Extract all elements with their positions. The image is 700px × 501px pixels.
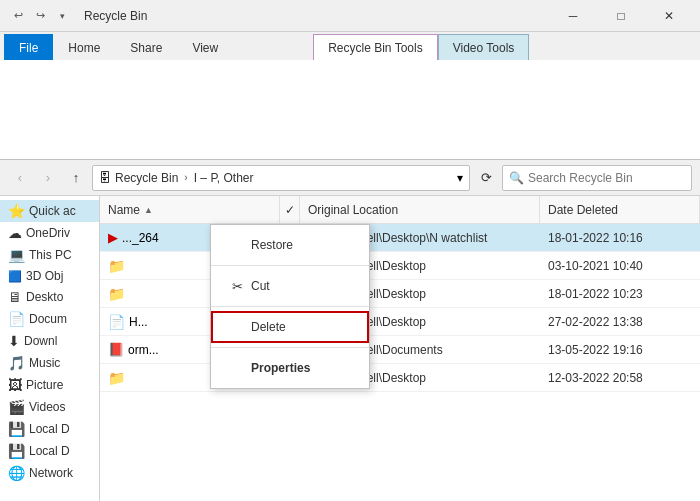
file-name-3: H... [129, 315, 148, 329]
onedrive-icon: ☁ [8, 225, 22, 241]
sidebar-label-pictures: Picture [26, 378, 63, 392]
sidebar-item-documents[interactable]: 📄 Docum [0, 308, 99, 330]
header-sort-icon: ▲ [144, 205, 153, 215]
sidebar-item-music[interactable]: 🎵 Music [0, 352, 99, 374]
documents-icon: 📄 [8, 311, 25, 327]
refresh-button[interactable]: ⟳ [474, 166, 498, 190]
breadcrumb-separator-1: › [184, 172, 187, 183]
context-menu-separator-2 [211, 306, 369, 307]
file-name-4: orm... [128, 343, 159, 357]
main-area: ⭐ Quick ac ☁ OneDriv 💻 This PC 🟦 3D Obj … [0, 196, 700, 501]
file-date-5: 12-03-2022 20:58 [540, 371, 700, 385]
file-date-4: 13-05-2022 19:16 [540, 343, 700, 357]
recycle-bin-tools-group: Recycle Bin Tools [313, 34, 438, 60]
tab-file[interactable]: File [4, 34, 53, 60]
sidebar-item-desktop[interactable]: 🖥 Deskto [0, 286, 99, 308]
ribbon-bar [0, 60, 700, 160]
maximize-button[interactable]: □ [598, 0, 644, 32]
sidebar-item-localdisk1[interactable]: 💾 Local D [0, 418, 99, 440]
minimize-button[interactable]: ─ [550, 0, 596, 32]
sidebar-label-videos: Videos [29, 400, 65, 414]
sidebar-label-desktop: Deskto [26, 290, 63, 304]
table-row[interactable]: 📁 C:\Users\Dell\Desktop 12-03-2022 20:58 [100, 364, 700, 392]
table-row[interactable]: 📄 H... C:\Users\Dell\Desktop 27-02-2022 … [100, 308, 700, 336]
context-menu-restore[interactable]: Restore [211, 229, 369, 261]
breadcrumb-bar[interactable]: 🗄 Recycle Bin › I – P, Other ▾ [92, 165, 470, 191]
file-icon-0: ▶ [108, 230, 118, 245]
music-icon: 🎵 [8, 355, 25, 371]
breadcrumb-dropdown-icon: ▾ [457, 171, 463, 185]
context-menu-cut[interactable]: ✂ Cut [211, 270, 369, 302]
context-menu-separator-1 [211, 265, 369, 266]
header-name[interactable]: Name ▲ [100, 196, 280, 223]
file-icon-4: 📕 [108, 342, 124, 357]
breadcrumb-icon: 🗄 [99, 171, 111, 185]
context-menu-properties[interactable]: Properties [211, 352, 369, 384]
navigation-bar: ‹ › ↑ 🗄 Recycle Bin › I – P, Other ▾ ⟳ 🔍 [0, 160, 700, 196]
sidebar-item-videos[interactable]: 🎬 Videos [0, 396, 99, 418]
sidebar: ⭐ Quick ac ☁ OneDriv 💻 This PC 🟦 3D Obj … [0, 196, 100, 501]
desktop-icon: 🖥 [8, 289, 22, 305]
context-menu: Restore ✂ Cut Delete Properties [210, 224, 370, 389]
breadcrumb-folder: I – P, Other [194, 171, 254, 185]
sidebar-item-pictures[interactable]: 🖼 Picture [0, 374, 99, 396]
sidebar-item-network[interactable]: 🌐 Network [0, 462, 99, 484]
sidebar-label-documents: Docum [29, 312, 67, 326]
delete-icon [227, 317, 247, 337]
up-button[interactable]: ↑ [64, 166, 88, 190]
properties-icon [227, 358, 247, 378]
qat-dropdown-button[interactable]: ▾ [52, 6, 72, 26]
context-menu-delete[interactable]: Delete [211, 311, 369, 343]
close-button[interactable]: ✕ [646, 0, 692, 32]
file-list-header: Name ▲ ✓ Original Location Date Deleted [100, 196, 700, 224]
localdisk2-icon: 💾 [8, 443, 25, 459]
restore-icon [227, 235, 247, 255]
sidebar-item-onedrive[interactable]: ☁ OneDriv [0, 222, 99, 244]
sidebar-label-3dobj: 3D Obj [26, 269, 63, 283]
table-row[interactable]: 📕 orm... C:\Users\Dell\Documents 13-05-2… [100, 336, 700, 364]
table-row[interactable]: ▶ ..._264 C:\Users\Dell\Desktop\N watchl… [100, 224, 700, 252]
header-location[interactable]: Original Location [300, 196, 540, 223]
context-menu-properties-label: Properties [251, 361, 310, 375]
tab-view[interactable]: View [177, 34, 233, 60]
forward-button[interactable]: › [36, 166, 60, 190]
tab-video-tools[interactable]: Video Tools [438, 34, 530, 60]
context-menu-restore-label: Restore [251, 238, 293, 252]
undo-button[interactable]: ↩ [8, 6, 28, 26]
table-row[interactable]: 📁 C:\Users\Dell\Desktop 03-10-2021 10:40 [100, 252, 700, 280]
pictures-icon: 🖼 [8, 377, 22, 393]
quickaccess-icon: ⭐ [8, 203, 25, 219]
header-check[interactable]: ✓ [280, 196, 300, 223]
ribbon-tabs: File Home Share View Recycle Bin Tools V… [0, 32, 700, 60]
file-date-2: 18-01-2022 10:23 [540, 287, 700, 301]
sidebar-label-music: Music [29, 356, 60, 370]
video-tools-group: Video Tools [438, 34, 530, 60]
tab-recycle-bin-tools[interactable]: Recycle Bin Tools [313, 34, 438, 60]
back-button[interactable]: ‹ [8, 166, 32, 190]
sidebar-item-thispc[interactable]: 💻 This PC [0, 244, 99, 266]
sidebar-label-downloads: Downl [24, 334, 57, 348]
sidebar-label-network: Network [29, 466, 73, 480]
sidebar-item-downloads[interactable]: ⬇ Downl [0, 330, 99, 352]
downloads-icon: ⬇ [8, 333, 20, 349]
localdisk1-icon: 💾 [8, 421, 25, 437]
header-date[interactable]: Date Deleted [540, 196, 700, 223]
file-rows: ▶ ..._264 C:\Users\Dell\Desktop\N watchl… [100, 224, 700, 501]
window-controls: ─ □ ✕ [550, 0, 692, 32]
sidebar-item-localdisk2[interactable]: 💾 Local D [0, 440, 99, 462]
tab-home[interactable]: Home [53, 34, 115, 60]
search-icon: 🔍 [509, 171, 524, 185]
sidebar-label-onedrive: OneDriv [26, 226, 70, 240]
context-menu-delete-label: Delete [251, 320, 286, 334]
search-bar: 🔍 [502, 165, 692, 191]
sidebar-label-quickaccess: Quick ac [29, 204, 76, 218]
sidebar-item-3dobj[interactable]: 🟦 3D Obj [0, 266, 99, 286]
file-date-3: 27-02-2022 13:38 [540, 315, 700, 329]
videos-icon: 🎬 [8, 399, 25, 415]
tab-share[interactable]: Share [115, 34, 177, 60]
table-row[interactable]: 📁 C:\Users\Dell\Desktop 18-01-2022 10:23 [100, 280, 700, 308]
redo-button[interactable]: ↪ [30, 6, 50, 26]
search-input[interactable] [528, 171, 685, 185]
sidebar-item-quickaccess[interactable]: ⭐ Quick ac [0, 200, 99, 222]
sidebar-label-localdisk2: Local D [29, 444, 70, 458]
